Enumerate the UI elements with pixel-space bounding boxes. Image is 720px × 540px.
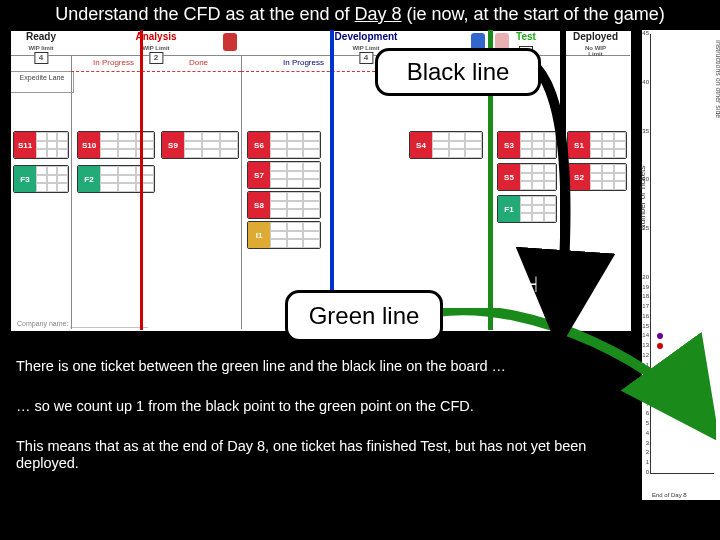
- cfd-ytick: 2: [639, 449, 649, 455]
- title-day: Day 8: [355, 4, 402, 24]
- title-suffix: (ie now, at the start of the game): [402, 4, 665, 24]
- ticket-f2: F2: [77, 165, 155, 193]
- cfd-ytick: 25: [639, 225, 649, 231]
- wip-label: WIP limit 4: [28, 45, 53, 64]
- ticket-s9: S9: [161, 131, 239, 159]
- wip-value: 4: [34, 52, 48, 64]
- cfd-ytick: 0: [639, 469, 649, 475]
- ticket-i1: I1: [247, 221, 321, 249]
- cfd-ytick: 18: [639, 293, 649, 299]
- ticket-f3: F3: [13, 165, 69, 193]
- black-line-callout: Black line: [375, 48, 541, 96]
- ticket-s8: S8: [247, 191, 321, 219]
- ticket-s10: S10: [77, 131, 155, 159]
- slide: Understand the CFD as at the end of Day …: [0, 0, 720, 540]
- gap-count-label: 1: [500, 273, 513, 301]
- green-line-callout: Green line: [285, 290, 443, 342]
- subcol-in-progress: In Progress: [241, 55, 366, 71]
- slide-title: Understand the CFD as at the end of Day …: [0, 4, 720, 25]
- cfd-ytick: 30: [639, 176, 649, 182]
- subcol-done: Done: [156, 55, 241, 71]
- ticket-s6: S6: [247, 131, 321, 159]
- column-header: Deployed No WIP Limit: [561, 31, 630, 56]
- cfd-ylabel: Number of Tickets: [638, 166, 647, 230]
- subcol-in-progress: In Progress: [71, 55, 156, 71]
- black-arrow: [532, 68, 572, 308]
- sub-headers: In Progress Done: [71, 55, 241, 72]
- analysis-boundary-line: [140, 30, 143, 330]
- col-name: Test: [516, 31, 536, 42]
- gap-brace-left: ⊢: [476, 272, 487, 298]
- ticket-s1: S1: [567, 131, 627, 159]
- ticket-s11: S11: [13, 131, 69, 159]
- cfd-ytick: 45: [639, 30, 649, 36]
- wip-label: No WIP Limit: [585, 45, 606, 57]
- cfd-ytick: 35: [639, 128, 649, 134]
- board-footer: Company name: ____________________: [17, 320, 148, 327]
- ticket-s4: S4: [409, 131, 483, 159]
- dev-boundary-line: [330, 30, 334, 330]
- expedite-lane: Expedite Lane: [11, 71, 74, 93]
- cfd-ytick: 40: [639, 79, 649, 85]
- col-name: Deployed: [573, 31, 618, 42]
- title-prefix: Understand the CFD as at the end of: [55, 4, 354, 24]
- col-name: Ready: [26, 31, 56, 42]
- cfd-ytick: 1: [639, 459, 649, 465]
- column-header: Ready WIP limit 4: [11, 31, 71, 56]
- cfd-ytick: 20: [639, 274, 649, 280]
- col-name: Development: [335, 31, 398, 42]
- analyst-avatar-icon: [223, 33, 237, 51]
- cfd-xlabel: End of Day 8: [652, 492, 687, 498]
- ticket-s7: S7: [247, 161, 321, 189]
- gap-brace-right: ⊣: [526, 272, 537, 298]
- column-header: Analysis WIP Limit 2: [71, 31, 241, 56]
- cfd-ytick: 19: [639, 284, 649, 290]
- ticket-s2: S2: [567, 163, 627, 191]
- green-arrow: [436, 308, 716, 448]
